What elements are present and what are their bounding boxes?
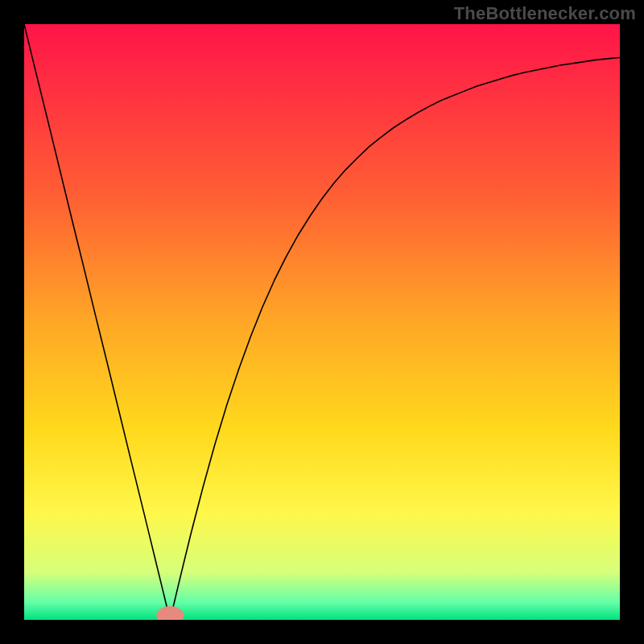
chart-background [24, 24, 620, 620]
chart-frame: TheBottlenecker.com [0, 0, 644, 644]
chart-svg [24, 24, 620, 620]
chart-plot-area [24, 24, 620, 620]
watermark-text: TheBottlenecker.com [454, 3, 636, 24]
